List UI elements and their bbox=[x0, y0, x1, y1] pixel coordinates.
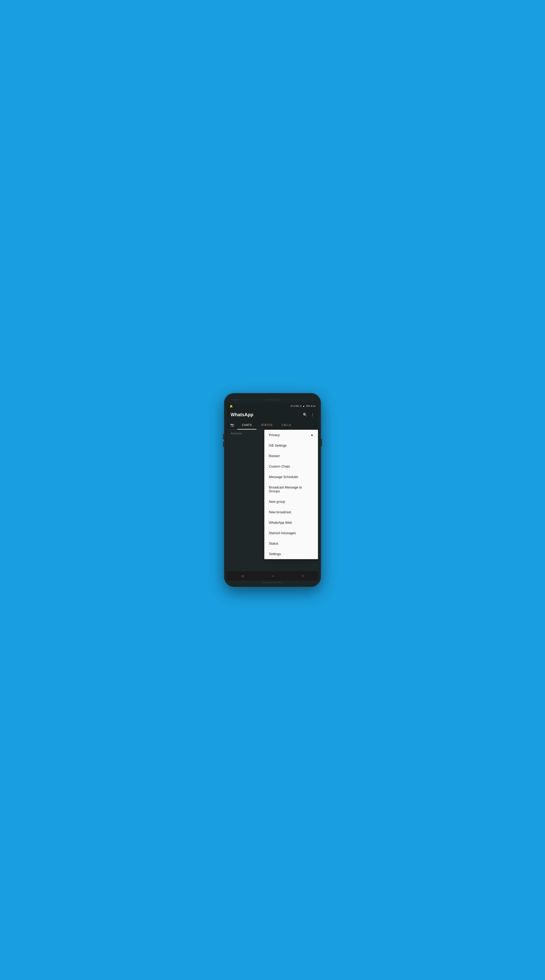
speaker-grille bbox=[265, 399, 280, 401]
nav-home-icon[interactable]: ○ bbox=[272, 574, 274, 578]
menu-starred-messages-label: Starred messages bbox=[269, 531, 296, 535]
tab-status-label: STATUS bbox=[261, 423, 272, 426]
signal-icon: ▲ bbox=[303, 405, 305, 407]
bell-icon: 🔔 bbox=[229, 405, 233, 407]
speed-indicator: 27.2 K/s bbox=[291, 405, 299, 407]
menu-item-broadcast-groups[interactable]: Broadcast Message to Groups bbox=[265, 482, 318, 496]
front-camera bbox=[311, 398, 314, 401]
tab-status[interactable]: STATUS bbox=[257, 421, 277, 430]
menu-item-gb-settings[interactable]: GB Settings bbox=[265, 440, 318, 451]
home-indicator bbox=[262, 582, 283, 583]
menu-new-group-label: New group bbox=[269, 500, 285, 504]
nav-back-icon[interactable]: ◁ bbox=[241, 574, 244, 578]
tabs-bar: 📷 CHATS STATUS CALLS bbox=[227, 421, 318, 430]
app-bar: WhatsApp 🔍 ⋮ bbox=[227, 409, 318, 421]
menu-item-restart[interactable]: Restart bbox=[265, 451, 318, 461]
more-options-icon[interactable]: ⋮ bbox=[311, 413, 314, 417]
menu-item-settings[interactable]: Settings bbox=[265, 549, 318, 559]
menu-item-new-group[interactable]: New group bbox=[265, 496, 318, 507]
menu-item-message-scheduler[interactable]: Message Scheduler bbox=[265, 472, 318, 482]
context-menu: Privacy ▶ GB Settings Restart Custom Cha… bbox=[265, 430, 318, 559]
tab-calls-label: CALLS bbox=[282, 423, 291, 426]
menu-custom-chats-label: Custom Chats bbox=[269, 465, 290, 468]
battery-text: 72% bbox=[306, 405, 310, 407]
menu-whatsapp-web-label: WhatsApp Web bbox=[269, 520, 292, 525]
chevron-right-icon: ▶ bbox=[311, 433, 313, 437]
phone-body: 🔔 27.2 K/s ⊙ ▲ 72% 5:14 WhatsApp 🔍 ⋮ 📷 bbox=[224, 393, 321, 587]
volume-buttons[interactable] bbox=[223, 434, 224, 447]
phone-screen: 🔔 27.2 K/s ⊙ ▲ 72% 5:14 WhatsApp 🔍 ⋮ 📷 bbox=[227, 403, 318, 580]
menu-status-label: Status bbox=[269, 542, 278, 546]
tab-calls[interactable]: CALLS bbox=[277, 421, 296, 430]
clock: 5:14 bbox=[311, 405, 316, 407]
camera-icon: 📷 bbox=[230, 423, 234, 427]
tab-chats-label: CHATS bbox=[242, 423, 252, 426]
menu-item-privacy[interactable]: Privacy ▶ bbox=[265, 430, 318, 440]
menu-item-new-broadcast[interactable]: New broadcast bbox=[265, 507, 318, 517]
menu-broadcast-groups-label: Broadcast Message to Groups bbox=[269, 485, 313, 493]
menu-message-scheduler-label: Message Scheduler bbox=[269, 475, 298, 479]
camera-tab-icon[interactable]: 📷 bbox=[227, 421, 237, 430]
search-icon[interactable]: 🔍 bbox=[303, 413, 307, 417]
wifi-icon: ⊙ bbox=[300, 405, 302, 407]
phone-top-bar bbox=[226, 396, 319, 403]
menu-privacy-label: Privacy bbox=[269, 433, 280, 437]
tab-chats[interactable]: CHATS bbox=[237, 421, 257, 430]
status-bar: 🔔 27.2 K/s ⊙ ▲ 72% 5:14 bbox=[227, 403, 318, 409]
menu-new-broadcast-label: New broadcast bbox=[269, 510, 291, 514]
power-button[interactable] bbox=[321, 439, 322, 447]
chat-area: Archived Privacy ▶ GB Settings Restart C… bbox=[227, 430, 318, 571]
menu-item-starred-messages[interactable]: Starred messages bbox=[265, 528, 318, 538]
menu-item-whatsapp-web[interactable]: WhatsApp Web bbox=[265, 517, 318, 528]
menu-settings-label: Settings bbox=[269, 552, 281, 556]
menu-gb-settings-label: GB Settings bbox=[269, 444, 287, 447]
menu-item-custom-chats[interactable]: Custom Chats bbox=[265, 461, 318, 472]
phone-bottom-bar bbox=[226, 580, 319, 584]
nav-recents-icon[interactable]: □ bbox=[302, 574, 304, 578]
menu-item-status[interactable]: Status bbox=[265, 538, 318, 549]
nav-bar: ◁ ○ □ bbox=[227, 571, 318, 580]
app-title: WhatsApp bbox=[231, 412, 303, 417]
menu-restart-label: Restart bbox=[269, 454, 280, 458]
